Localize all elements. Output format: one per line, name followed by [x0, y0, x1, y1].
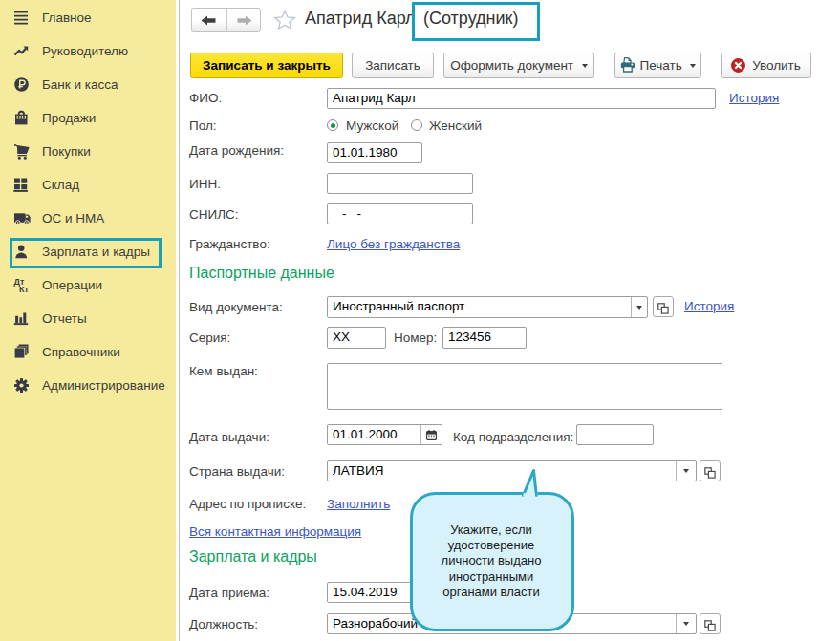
svg-text:Кт: Кт: [19, 285, 29, 293]
